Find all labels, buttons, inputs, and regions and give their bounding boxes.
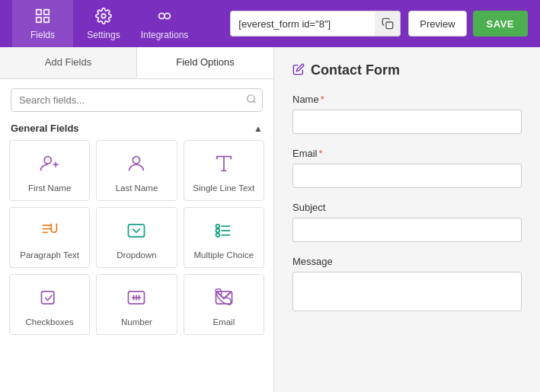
form-label-name: Name * xyxy=(292,94,522,105)
svg-rect-2 xyxy=(44,17,49,21)
svg-rect-19 xyxy=(129,225,145,237)
nav-item-integrations[interactable]: Integrations xyxy=(134,0,195,47)
nav-label-settings: Settings xyxy=(87,30,120,40)
tab-bar: Add Fields Field Options xyxy=(0,47,273,79)
field-card-email[interactable]: Email xyxy=(184,274,264,335)
svg-point-20 xyxy=(216,225,219,228)
field-card-number[interactable]: Number xyxy=(96,274,177,335)
section-collapse-arrow[interactable]: ▲ xyxy=(254,123,263,134)
form-group-email: Email * xyxy=(292,148,522,188)
field-card-last-name[interactable]: Last Name xyxy=(96,140,177,201)
integrations-icon xyxy=(156,8,173,27)
top-nav: Fields Settings Integrations Preview SAV… xyxy=(0,0,540,47)
field-label-email-field: Email xyxy=(212,317,235,327)
field-label-first-name: First Name xyxy=(28,183,71,193)
field-card-paragraph[interactable]: Paragraph Text xyxy=(9,207,90,268)
email-icon xyxy=(213,287,235,311)
single-line-icon xyxy=(213,153,235,177)
tab-add-fields[interactable]: Add Fields xyxy=(0,47,137,78)
form-input-subject xyxy=(292,218,522,242)
svg-point-4 xyxy=(101,14,106,18)
search-input[interactable] xyxy=(11,88,263,112)
last-name-icon xyxy=(126,153,147,177)
svg-point-22 xyxy=(216,229,219,233)
field-label-last-name: Last Name xyxy=(116,183,158,193)
form-title-row: Contact Form xyxy=(292,62,522,78)
save-button[interactable]: SAVE xyxy=(473,11,528,37)
field-label-dropdown: Dropdown xyxy=(117,250,156,260)
form-label-email: Email * xyxy=(292,148,522,159)
svg-point-6 xyxy=(165,13,170,18)
checkboxes-icon xyxy=(39,287,60,311)
svg-rect-1 xyxy=(44,9,49,14)
nav-item-settings[interactable]: Settings xyxy=(73,0,134,47)
form-input-email xyxy=(292,164,522,188)
settings-icon xyxy=(95,8,112,27)
edit-form-icon[interactable] xyxy=(292,63,305,78)
svg-rect-7 xyxy=(386,22,393,29)
number-icon xyxy=(126,287,147,311)
svg-rect-26 xyxy=(42,292,54,304)
section-label: General Fields xyxy=(11,123,79,134)
field-card-first-name[interactable]: First Name xyxy=(9,140,90,201)
svg-point-8 xyxy=(248,95,254,102)
field-label-checkboxes: Checkboxes xyxy=(26,317,74,327)
field-label-single-line: Single Line Text xyxy=(193,183,254,193)
copy-shortcode-button[interactable] xyxy=(375,11,401,37)
form-group-message: Message xyxy=(292,256,522,311)
tab-field-options[interactable]: Field Options xyxy=(137,47,273,78)
form-group-name: Name * xyxy=(292,94,522,134)
field-card-multiple-choice[interactable]: Multiple Choice xyxy=(184,207,264,268)
svg-line-9 xyxy=(254,101,256,104)
field-card-dropdown[interactable]: Dropdown xyxy=(96,207,177,268)
nav-label-integrations: Integrations xyxy=(141,30,189,40)
nav-label-fields: Fields xyxy=(30,30,55,40)
form-label-message: Message xyxy=(292,256,522,267)
form-input-name xyxy=(292,110,522,134)
svg-rect-3 xyxy=(37,17,41,21)
required-star-name: * xyxy=(321,94,324,105)
shortcode-wrapper xyxy=(230,11,401,37)
field-card-single-line[interactable]: Single Line Text xyxy=(184,140,264,201)
svg-point-10 xyxy=(44,157,51,164)
svg-point-24 xyxy=(216,234,219,237)
nav-item-fields[interactable]: Fields xyxy=(12,0,73,47)
section-header: General Fields ▲ xyxy=(0,118,273,140)
multiple-choice-icon xyxy=(213,220,235,244)
fields-icon xyxy=(34,8,51,27)
first-name-icon xyxy=(39,153,60,177)
right-panel: Contact Form Name * Email * Subject xyxy=(274,47,540,392)
form-group-subject: Subject xyxy=(292,202,522,242)
field-label-multiple-choice: Multiple Choice xyxy=(194,250,254,260)
field-label-number: Number xyxy=(121,317,152,327)
form-input-message xyxy=(292,272,522,311)
svg-point-5 xyxy=(159,13,165,18)
field-card-checkboxes[interactable]: Checkboxes xyxy=(9,274,90,335)
search-area xyxy=(0,79,273,118)
left-panel: Add Fields Field Options General Fields … xyxy=(0,47,274,392)
form-label-subject: Subject xyxy=(292,202,522,213)
svg-rect-0 xyxy=(37,9,41,14)
dropdown-icon xyxy=(126,220,147,244)
paragraph-icon xyxy=(39,220,60,244)
fields-grid: First Name Last Name xyxy=(0,140,273,341)
required-star-email: * xyxy=(319,148,323,159)
search-icon[interactable] xyxy=(246,94,257,107)
shortcode-input[interactable] xyxy=(230,11,375,37)
form-title: Contact Form xyxy=(311,62,400,78)
field-label-paragraph: Paragraph Text xyxy=(20,250,79,260)
preview-button[interactable]: Preview xyxy=(408,11,466,37)
svg-point-13 xyxy=(133,157,140,164)
main-layout: Add Fields Field Options General Fields … xyxy=(0,47,540,392)
